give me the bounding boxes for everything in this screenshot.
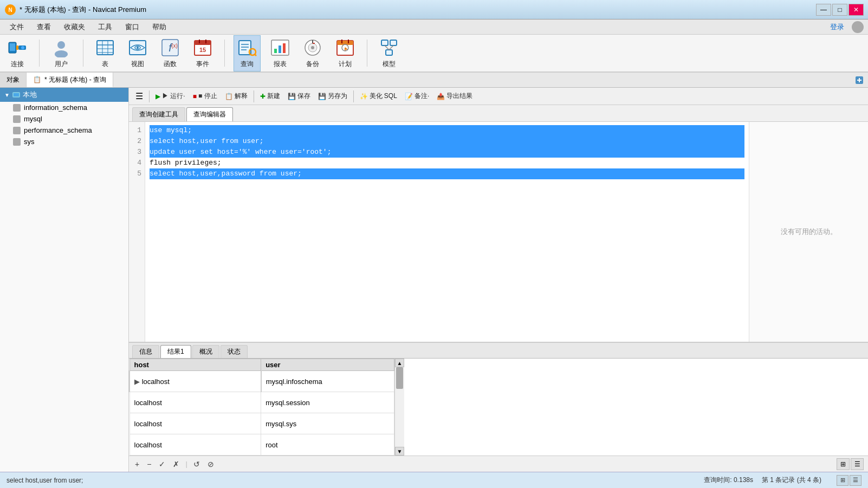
user-avatar[interactable] bbox=[852, 21, 864, 33]
stop-icon: ■ bbox=[193, 93, 197, 100]
stop-button[interactable]: ■ ■ 停止 bbox=[190, 90, 221, 102]
toolbar-event[interactable]: 15 事件 bbox=[190, 36, 216, 71]
sidebar-item-performance-schema[interactable]: performance_schema bbox=[0, 125, 128, 136]
table-row-3[interactable]: localhost mysql.sys bbox=[129, 413, 394, 434]
toolbar-func[interactable]: f (x) 函数 bbox=[157, 36, 183, 71]
scrollbar-down-btn[interactable]: ▼ bbox=[395, 447, 404, 456]
subtab-editor[interactable]: 查询编辑器 bbox=[186, 107, 233, 121]
export-button[interactable]: 📤 导出结果 bbox=[433, 90, 476, 102]
toolbar-sep-4 bbox=[367, 40, 367, 67]
minimize-button[interactable]: — bbox=[816, 4, 831, 16]
save-as-button[interactable]: 💾 另存为 bbox=[315, 90, 351, 102]
toolbar-sep-3 bbox=[224, 40, 225, 67]
object-tab[interactable]: 对象 bbox=[0, 73, 27, 87]
save-button[interactable]: 💾 保存 bbox=[284, 90, 314, 102]
sql-line-3: update user set host='%' where user='roo… bbox=[150, 147, 744, 158]
sidebar-item-mysql[interactable]: mysql bbox=[0, 113, 128, 125]
refresh-button[interactable]: ↺ bbox=[192, 459, 202, 470]
svg-text:N: N bbox=[8, 7, 12, 13]
menu-favorites[interactable]: 收藏夹 bbox=[59, 21, 90, 33]
discard-button[interactable]: ✗ bbox=[171, 459, 181, 470]
svg-point-7 bbox=[57, 41, 65, 49]
query-label: 查询 bbox=[241, 60, 254, 69]
table-row-1[interactable]: localhost mysql.infoschema bbox=[129, 371, 394, 392]
toolbar-query[interactable]: 查询 bbox=[234, 35, 261, 71]
add-row-button[interactable]: + bbox=[133, 459, 141, 470]
title-controls: — □ ✕ bbox=[816, 4, 864, 16]
run-button[interactable]: ▶ ▶ 运行· bbox=[152, 90, 189, 102]
table-label: 表 bbox=[102, 60, 108, 69]
remove-row-button[interactable]: − bbox=[145, 459, 153, 470]
scrollbar-thumb[interactable] bbox=[396, 367, 403, 389]
scrollbar-up-btn[interactable]: ▲ bbox=[395, 359, 404, 367]
toolbar-table[interactable]: 表 bbox=[92, 36, 118, 71]
menu-view[interactable]: 查看 bbox=[31, 21, 56, 33]
toolbar-view[interactable]: 视图 bbox=[125, 36, 151, 71]
window-title: * 无标题 (本地) - 查询 - Navicat Premium bbox=[20, 5, 146, 15]
result-tab-status[interactable]: 状态 bbox=[221, 345, 248, 358]
row4-user: root bbox=[261, 434, 394, 456]
svg-rect-57 bbox=[14, 93, 19, 96]
toolbar-report[interactable]: 报表 bbox=[267, 36, 293, 71]
beautify-button[interactable]: ✨ 美化 SQL bbox=[357, 90, 400, 102]
stop-refresh-button[interactable]: ⊘ bbox=[206, 459, 216, 470]
title-bar-left: N * 无标题 (本地) - 查询 - Navicat Premium bbox=[4, 4, 146, 16]
svg-rect-35 bbox=[283, 43, 286, 53]
subtab-builder[interactable]: 查询创建工具 bbox=[132, 107, 185, 121]
table-row-4[interactable]: localhost root bbox=[129, 434, 394, 456]
query-icon bbox=[237, 38, 257, 57]
event-icon: 15 bbox=[193, 38, 212, 57]
user-icon bbox=[51, 38, 71, 57]
toolbar-connect[interactable]: 连接 bbox=[4, 36, 30, 71]
content-area: 对象 📋* 无标题 (本地) - 查询 ▼ 本地 bbox=[0, 73, 868, 488]
login-button[interactable]: 登录 bbox=[825, 21, 850, 33]
explain-button[interactable]: 📋 解释 bbox=[222, 90, 251, 102]
menu-file[interactable]: 文件 bbox=[4, 21, 29, 33]
result-tabs: 信息 结果1 概况 状态 bbox=[129, 343, 868, 359]
toolbar-backup[interactable]: 备份 bbox=[300, 36, 326, 71]
svg-line-52 bbox=[389, 45, 393, 50]
svg-text:15: 15 bbox=[199, 47, 206, 53]
toolbar-schedule[interactable]: 计划 bbox=[332, 36, 358, 71]
comment-button[interactable]: 📝 备注· bbox=[401, 90, 432, 102]
result-tab-1[interactable]: 结果1 bbox=[160, 345, 191, 358]
query-tab[interactable]: 📋* 无标题 (本地) - 查询 bbox=[27, 73, 113, 87]
result-tab-overview[interactable]: 概况 bbox=[192, 345, 219, 358]
query-toolbar: ☰ ▶ ▶ 运行· ■ ■ 停止 📋 解释 ✚ 新建 bbox=[129, 88, 868, 105]
col-host[interactable]: host bbox=[129, 359, 261, 371]
qtb-sep-1 bbox=[149, 90, 150, 102]
check-button[interactable]: ✓ bbox=[157, 459, 167, 470]
schedule-label: 计划 bbox=[339, 60, 352, 69]
menu-window[interactable]: 窗口 bbox=[120, 21, 145, 33]
grid-view-button[interactable]: ⊞ bbox=[837, 458, 850, 470]
toolbar-model[interactable]: 模型 bbox=[376, 36, 402, 71]
form-view-button[interactable]: ☰ bbox=[851, 458, 864, 470]
svg-line-31 bbox=[255, 54, 256, 56]
sql-content[interactable]: use mysql; select host,user from user; u… bbox=[145, 122, 749, 342]
result-tab-info[interactable]: 信息 bbox=[132, 345, 159, 358]
menu-help[interactable]: 帮助 bbox=[147, 21, 172, 33]
status-grid-btn[interactable]: ⊞ bbox=[837, 475, 848, 486]
qtb-sep-3 bbox=[353, 90, 354, 102]
event-label: 事件 bbox=[196, 60, 209, 69]
comment-icon: 📝 bbox=[405, 93, 413, 100]
col-user[interactable]: user bbox=[261, 359, 394, 371]
sidebar-triangle-icon: ▼ bbox=[4, 92, 10, 98]
table-row-2[interactable]: localhost mysql.session bbox=[129, 392, 394, 413]
status-form-btn[interactable]: ☰ bbox=[850, 475, 861, 486]
status-bar: select host,user from user; 查询时间: 0.138s… bbox=[0, 472, 868, 488]
maximize-button[interactable]: □ bbox=[832, 4, 847, 16]
save-icon: 💾 bbox=[288, 93, 296, 100]
view-label: 视图 bbox=[131, 60, 144, 69]
close-button[interactable]: ✕ bbox=[848, 4, 864, 16]
sidebar-header: ▼ 本地 bbox=[0, 88, 128, 102]
sidebar-item-sys[interactable]: sys bbox=[0, 136, 128, 147]
menu-tools[interactable]: 工具 bbox=[93, 21, 118, 33]
new-button[interactable]: ✚ 新建 bbox=[257, 90, 283, 102]
sidebar-item-information-schema[interactable]: information_schema bbox=[0, 102, 128, 113]
add-tab-button[interactable] bbox=[851, 73, 868, 87]
result-table: host user localhost mysql.infoschema loc… bbox=[129, 359, 394, 456]
hamburger-menu[interactable]: ☰ bbox=[132, 89, 146, 103]
toolbar-user[interactable]: 用户 bbox=[48, 36, 74, 71]
report-icon bbox=[270, 38, 290, 57]
